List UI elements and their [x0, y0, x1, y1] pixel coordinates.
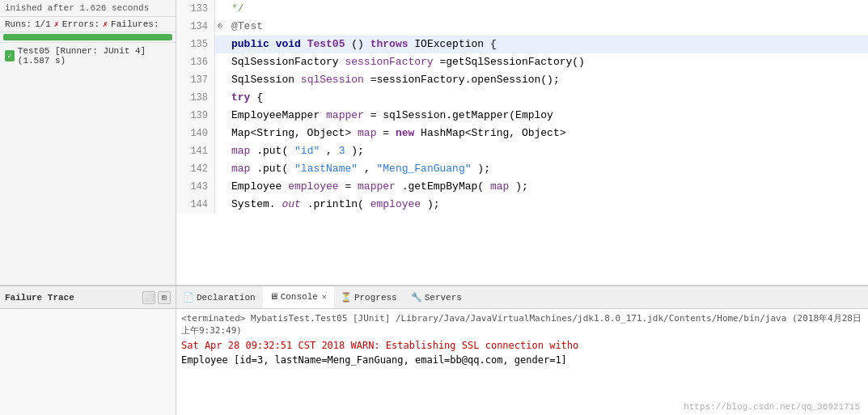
failure-trace-icon-1[interactable]: ⬜	[142, 291, 155, 304]
kw-void: void	[276, 38, 307, 50]
code-137-rest: =sessionFactory.openSession();	[370, 74, 560, 86]
kw-try: try	[231, 91, 256, 104]
tab-progress-label: Progress	[354, 293, 397, 303]
code-141-put: .put(	[256, 145, 288, 157]
code-142-end: );	[477, 163, 490, 175]
code-143-var: employee	[288, 180, 338, 193]
errors-label: Errors:	[62, 19, 100, 29]
tab-declaration[interactable]: 📄 Declaration	[176, 286, 263, 308]
sidebar-stats: Runs: 1/1 ✗ Errors: ✗ Failures:	[0, 17, 176, 32]
code-line-138: 138 try {	[176, 89, 868, 107]
code-143-type: Employee	[231, 180, 288, 193]
main-area: inished after 1.626 seconds Runs: 1/1 ✗ …	[0, 0, 868, 286]
code-141-end: );	[351, 145, 364, 157]
code-137-var: sqlSession	[301, 74, 364, 86]
line-num-134: 134	[176, 18, 215, 36]
line-code-136: SqlSessionFactory sessionFactory =getSql…	[225, 53, 585, 71]
line-num-144: 144	[176, 196, 215, 214]
code-line-134: 134 ⊙ @Test	[176, 18, 868, 36]
line-num-135: 135	[176, 36, 215, 53]
code-143-map: map	[490, 180, 509, 193]
console-content: <terminated> MybatisTest.Test05 [JUnit] …	[176, 309, 868, 415]
finished-text: inished after 1.626 seconds	[5, 3, 149, 13]
code-line-144: 144 System. out .println( employee );	[176, 196, 868, 214]
code-140-eq: =	[383, 127, 389, 139]
line-code-139: EmployeeMapper mapper = sqlSession.getMa…	[225, 107, 553, 125]
sidebar: inished after 1.626 seconds Runs: 1/1 ✗ …	[0, 0, 176, 285]
runs-value: 1/1	[35, 19, 51, 29]
tab-declaration-label: Declaration	[197, 293, 256, 303]
line-code-134: @Test	[225, 18, 263, 36]
line-num-137: 137	[176, 71, 215, 89]
line-num-143: 143	[176, 178, 215, 196]
code-136-eq: =getSqlSessionFactory()	[439, 56, 584, 68]
test-item[interactable]: ✓ Test05 [Runner: JUnit 4] (1.587 s)	[0, 43, 176, 69]
progress-bar	[3, 34, 172, 40]
console-close-icon[interactable]: ✕	[322, 292, 327, 302]
line-code-137: SqlSession sqlSession =sessionFactory.op…	[225, 71, 560, 89]
code-144-println: .println(	[307, 198, 364, 210]
progress-icon: ⏳	[341, 292, 352, 303]
console-terminated-line: <terminated> MybatisTest.Test05 [JUnit] …	[181, 311, 863, 338]
code-line-139: 139 EmployeeMapper mapper = sqlSession.g…	[176, 107, 868, 125]
line-num-133: 133	[176, 0, 215, 18]
code-144-end: );	[427, 198, 440, 210]
annotation-at: @Test	[231, 20, 263, 32]
parens: ()	[351, 38, 370, 50]
failure-trace-icon-2[interactable]: ⊞	[158, 291, 171, 304]
line-code-143: Employee employee = mapper .getEmpByMap(…	[225, 178, 528, 196]
kw-public: public	[231, 38, 269, 50]
code-141-var: map	[231, 145, 250, 157]
exception-type: IOException {	[414, 38, 496, 50]
code-144-system: System.	[231, 198, 276, 210]
line-num-141: 141	[176, 142, 215, 160]
line-num-139: 139	[176, 107, 215, 125]
bottom-panel-row: Failure Trace ⬜ ⊞ 📄 Declaration 🖥 Consol…	[0, 286, 868, 309]
code-line-142: 142 map .put( "lastName" , "Meng_FanGuan…	[176, 160, 868, 178]
code-139-var: mapper	[326, 109, 364, 121]
line-code-144: System. out .println( employee );	[225, 196, 440, 214]
test-pass-icon: ✓	[5, 50, 15, 61]
tab-console-label: Console	[281, 292, 318, 302]
line-code-140: Map<String, Object> map = new HashMap<St…	[225, 125, 566, 142]
bottom-tabs: 📄 Declaration 🖥 Console ✕ ⏳ Progress 🔧 S…	[176, 286, 868, 308]
code-139-eq: = sqlSession.getMapper(Employ	[370, 109, 553, 121]
code-142-str2: "Meng_FanGuang"	[376, 163, 471, 175]
servers-icon: 🔧	[411, 292, 422, 303]
runs-label: Runs:	[5, 19, 32, 29]
line-code-135: public void Test05 () throws IOException…	[225, 36, 497, 53]
code-144-out: out	[282, 198, 300, 210]
tab-servers-label: Servers	[425, 293, 462, 303]
failure-trace-title: Failure Trace	[5, 293, 74, 303]
kw-throws: throws	[370, 38, 415, 50]
code-144-employee: employee	[370, 198, 421, 210]
code-139-type: EmployeeMapper	[231, 109, 326, 121]
sidebar-finished: inished after 1.626 seconds	[0, 0, 176, 17]
breakpoint-icon: ⊙	[218, 22, 222, 31]
kw-new: new	[396, 127, 421, 139]
code-140-hashmap: HashMap<String, Object>	[421, 127, 565, 139]
code-141-num: 3	[339, 145, 345, 157]
code-content: 133 */ 134 ⊙ @Test 135	[176, 0, 868, 285]
code-140-var: map	[358, 127, 376, 139]
console-watermark: https://blog.csdn.net/qq_36921715	[181, 400, 863, 413]
code-136-type: SqlSessionFactory	[231, 56, 345, 68]
code-140: Map<String, Object>	[231, 127, 358, 139]
console-icon: 🖥	[269, 291, 278, 302]
tab-console[interactable]: 🖥 Console ✕	[263, 286, 334, 308]
line-code-142: map .put( "lastName" , "Meng_FanGuang" )…	[225, 160, 490, 178]
code-143-end: );	[515, 180, 528, 193]
failures-label: Failures:	[111, 19, 159, 29]
code-137-type: SqlSession	[231, 74, 301, 86]
line-num-136: 136	[176, 53, 215, 71]
tab-servers[interactable]: 🔧 Servers	[404, 286, 469, 308]
failures-icon: ✗	[103, 19, 108, 29]
line-num-140: 140	[176, 125, 215, 142]
code-136-var: sessionFactory	[345, 56, 433, 68]
console-result-line: Employee [id=3, lastName=Meng_FanGuang, …	[181, 353, 863, 367]
tab-progress[interactable]: ⏳ Progress	[334, 286, 404, 308]
code-141-str1: "id"	[294, 145, 320, 157]
method-name: Test05	[307, 38, 345, 50]
line-marker-134: ⊙	[215, 18, 225, 36]
line-num-142: 142	[176, 160, 215, 178]
